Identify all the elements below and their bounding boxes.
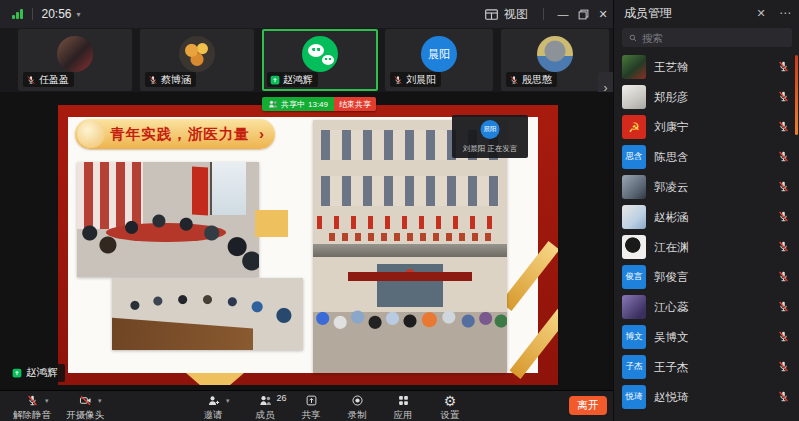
member-row[interactable]: 子杰 王子杰 [614, 352, 799, 382]
view-button[interactable]: 视图 [478, 6, 534, 23]
member-name: 江心蕊 [654, 300, 689, 315]
avatar: 思含 [622, 145, 646, 169]
leave-meeting-button[interactable]: 离开 [569, 396, 607, 415]
name-tag: 蔡博涵 [145, 72, 196, 87]
record-button[interactable]: 录制 [333, 393, 381, 421]
time-caret-icon[interactable]: ▾ [77, 10, 81, 19]
restore-button[interactable] [573, 0, 593, 28]
panel-header: 成员管理 ✕ ⋯ [614, 0, 799, 26]
leave-label: 离开 [577, 398, 599, 413]
members-label: 成员 [256, 409, 275, 421]
apps-label: 应用 [394, 409, 413, 421]
name-tag: 任盈盈 [23, 72, 74, 87]
member-name: 吴博文 [654, 330, 689, 345]
record-icon [351, 394, 364, 407]
screen-share-icon [270, 75, 280, 85]
member-row[interactable]: 赵彬涵 [614, 202, 799, 232]
screen-share-icon [12, 368, 22, 378]
avatar [57, 36, 93, 72]
mic-muted-icon [777, 300, 790, 313]
apps-grid-icon [397, 394, 410, 407]
panel-close-button[interactable]: ✕ [751, 0, 771, 26]
member-row[interactable]: 悦琦 赵悦琦 [614, 382, 799, 412]
slide-title-banner: 青年实践，浙医力量 › [75, 119, 275, 149]
avatar [622, 85, 646, 109]
member-name: 江在渊 [654, 240, 689, 255]
video-tile[interactable]: 任盈盈 [18, 29, 132, 91]
member-row[interactable]: 思含 陈思含 [614, 142, 799, 172]
participant-name: 任盈盈 [39, 74, 69, 85]
party-emblem-icon: ☭ [628, 121, 640, 134]
panel-more-button[interactable]: ⋯ [775, 0, 795, 26]
video-tile[interactable]: 殷思憨 [501, 29, 609, 91]
mic-muted-icon [777, 330, 790, 343]
member-search-box[interactable] [622, 28, 792, 47]
invite-button[interactable]: ▾ 邀请 [189, 393, 237, 421]
mic-muted-icon [777, 390, 790, 403]
avatar [622, 295, 646, 319]
avatar-wechat-logo [302, 36, 338, 72]
avatar [622, 235, 646, 259]
member-row[interactable]: 江心蕊 [614, 292, 799, 322]
divider [543, 8, 544, 20]
caret-down-icon[interactable]: ▾ [98, 397, 102, 405]
member-name: 王子杰 [654, 360, 689, 375]
member-row[interactable]: ☭ 刘康宁 [614, 112, 799, 142]
avatar [622, 175, 646, 199]
avatar: 悦琦 [622, 385, 646, 409]
members-button[interactable]: 26 成员 [241, 393, 289, 421]
member-row[interactable]: 江在渊 [614, 232, 799, 262]
invite-label: 邀请 [204, 409, 223, 421]
share-button[interactable]: 共享 [287, 393, 335, 421]
avatar [622, 205, 646, 229]
mic-muted-icon [148, 75, 158, 85]
member-row[interactable]: 王艺翰 [614, 52, 799, 82]
search-input[interactable] [642, 32, 772, 44]
mic-muted-icon [26, 394, 39, 407]
avatar: 子杰 [622, 355, 646, 379]
people-icon [268, 99, 278, 109]
unmute-button[interactable]: ▾ 解除静音 [8, 393, 56, 421]
caret-down-icon[interactable]: ▾ [226, 397, 230, 405]
participant-name: 殷思憨 [522, 74, 552, 85]
view-grid-icon [484, 7, 499, 22]
share-label: 共享 [302, 409, 321, 421]
video-tile-active-sharer[interactable]: 赵鸿辉 [262, 29, 378, 91]
close-button[interactable]: ✕ [593, 0, 613, 28]
minimize-button[interactable]: — [553, 0, 573, 28]
mic-muted-icon [777, 180, 790, 193]
video-thumbnail-strip: 任盈盈 蔡博涵 赵鸿辉 晨阳 [0, 28, 613, 92]
member-row[interactable]: 郑彤彦 [614, 82, 799, 112]
caret-down-icon[interactable]: ▾ [45, 397, 49, 405]
scrollbar-thumb[interactable] [795, 55, 798, 135]
speaker-avatar: 晨阳 [481, 120, 500, 139]
mic-muted-icon [509, 75, 519, 85]
sharing-timer: 13:49 [308, 100, 328, 109]
banner-ball-decoration [77, 120, 105, 148]
sharing-status-label: 共享中 [281, 99, 305, 110]
name-tag: 赵鸿辉 [267, 72, 318, 87]
video-tile[interactable]: 蔡博涵 [140, 29, 254, 91]
member-row[interactable]: 俊言 郭俊言 [614, 262, 799, 292]
member-row[interactable]: 博文 吴博文 [614, 322, 799, 352]
restore-icon [577, 8, 590, 21]
camera-on-button[interactable]: ▾ 开摄像头 [61, 393, 109, 421]
gold-square-decoration [255, 210, 288, 237]
gold-triangle-decoration [186, 373, 244, 385]
sharing-status: 共享中 13:49 [262, 97, 334, 111]
member-row[interactable]: 郭凌云 [614, 172, 799, 202]
video-tile[interactable]: 晨阳 刘晨阳 [385, 29, 493, 91]
participant-name: 赵鸿辉 [283, 74, 313, 85]
mic-muted-icon [393, 75, 403, 85]
people-icon [259, 394, 272, 407]
member-name: 郭俊言 [654, 270, 689, 285]
stop-sharing-button[interactable]: 结束共享 [334, 97, 376, 111]
participant-name: 刘晨阳 [406, 74, 436, 85]
name-tag: 殷思憨 [506, 72, 557, 87]
apps-button[interactable]: 应用 [379, 393, 427, 421]
settings-button[interactable]: ⚙ 设置 [426, 393, 474, 421]
member-name: 刘康宁 [654, 120, 689, 135]
meeting-time[interactable]: 20:56 [42, 7, 72, 21]
avatar [179, 36, 215, 72]
avatar-party-emblem: ☭ [622, 115, 646, 139]
